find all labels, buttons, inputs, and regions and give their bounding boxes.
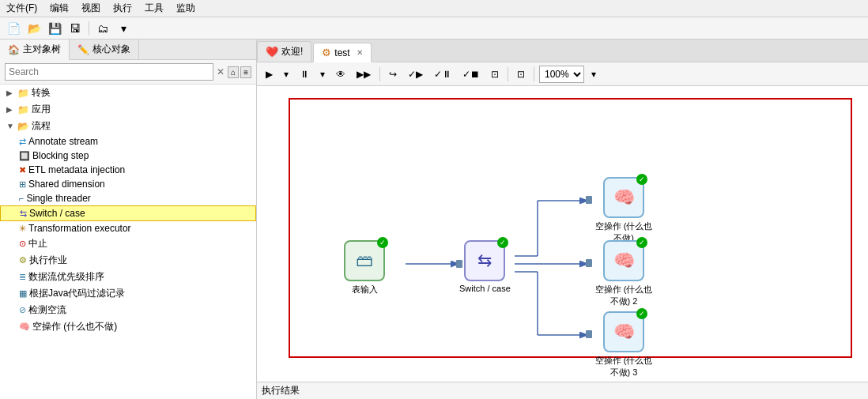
test-tab-icon: ⚙ [322, 47, 331, 58]
menu-file[interactable]: 文件(F) [3, 1, 40, 16]
preview-button[interactable]: 👁 [332, 66, 349, 82]
stop-icon: ⊙ [19, 239, 26, 249]
tree-item-stop[interactable]: ⊙ 中止 [0, 235, 256, 252]
left-panel: 🏠 主对象树 ✏️ 核心对象 ✕ ⌂ ≡ ▶ 📁 转换 [0, 40, 257, 399]
execution-result-label: 执行结果 [262, 384, 300, 397]
check1-button[interactable]: ✓▶ [404, 66, 427, 82]
node-dummy1-box[interactable]: 🧠 ✓ [603, 177, 644, 218]
check4-button[interactable]: ⊡ [487, 66, 503, 82]
bottom-bar: 执行结果 [257, 382, 868, 399]
core-objects-icon: ✏️ [77, 44, 89, 55]
node-dummy3-box[interactable]: 🧠 ✓ [603, 311, 644, 352]
toolbar-separator-4 [534, 67, 534, 81]
step-button[interactable]: ↪ [385, 66, 401, 82]
tree-item-dummy[interactable]: 🧠 空操作 (什么也不做) [0, 318, 256, 335]
search-input[interactable] [5, 63, 213, 81]
toolbar-separator [89, 21, 89, 36]
pause-button[interactable]: ⏸ [296, 66, 313, 82]
save-button[interactable]: 💾 [46, 20, 63, 37]
node-dummy3-label: 空操作 (什么也不做) 3 [592, 355, 655, 378]
tree-item-single-threader[interactable]: ⌐ Single threader [0, 191, 256, 205]
tree-container[interactable]: ▶ 📁 转换 ▶ 📁 应用 ▼ 📂 流程 ⇄ Annotate stream [0, 85, 256, 399]
tab-core-objects-label: 核心对象 [92, 43, 130, 56]
check3-button[interactable]: ✓⏹ [459, 66, 484, 82]
tree-item-java-filter[interactable]: ▦ 根据Java代码过滤记录 [0, 285, 256, 302]
tab-welcome[interactable]: ❤️ 欢迎! [257, 41, 311, 62]
menu-tools[interactable]: 工具 [142, 1, 167, 16]
check2-button[interactable]: ✓⏸ [430, 66, 455, 82]
node-dummy1[interactable]: 🧠 ✓ 空操作 (什么也不做) [592, 177, 655, 244]
null-icon: ⊘ [19, 305, 26, 315]
tree-item-转换[interactable]: ▶ 📁 转换 [0, 85, 256, 101]
node-check-icon-2: ✓ [497, 237, 508, 248]
menu-edit[interactable]: 编辑 [47, 1, 72, 16]
tree-item-priority[interactable]: ≣ 数据流优先级排序 [0, 269, 256, 285]
node-check-icon-5: ✓ [636, 308, 647, 319]
new-button[interactable]: 📄 [5, 20, 22, 37]
dropdown-button[interactable]: ▾ [115, 20, 132, 37]
tab-test-close-icon[interactable]: ✕ [357, 48, 363, 57]
menu-bar: 文件(F) 编辑 视图 执行 工具 监助 [0, 0, 868, 17]
welcome-icon: ❤️ [266, 46, 278, 58]
fit-button[interactable]: ⊡ [513, 66, 529, 82]
tree-item-blocking-step[interactable]: 🔲 Blocking step [0, 149, 256, 163]
tree-item-shared-dimension[interactable]: ⊞ Shared dimension [0, 177, 256, 191]
node-switch-case[interactable]: ⇆ ✓ Switch / case [459, 240, 511, 293]
toolbar-separator-2 [379, 67, 380, 81]
dummy1-icon: 🧠 [613, 187, 635, 208]
dummy-icon: 🧠 [19, 322, 30, 332]
tab-test-label: test [334, 47, 349, 58]
chevron-down-icon: ▼ [6, 122, 17, 130]
open-button[interactable]: 📂 [25, 20, 43, 37]
chevron-right-icon: ▶ [6, 88, 17, 97]
debug-run-button[interactable]: ▶▶ [353, 66, 375, 82]
folder-open-icon: 📂 [17, 121, 29, 132]
right-panel: ❤️ 欢迎! ⚙ test ✕ ▶ ▾ ⏸ ▾ 👁 ▶▶ ↪ ✓▶ ✓⏸ ✓⏹ … [257, 40, 868, 399]
node-switch-case-label: Switch / case [459, 284, 511, 293]
tab-main-objects[interactable]: 🏠 主对象树 [0, 40, 70, 60]
menu-view[interactable]: 视图 [78, 1, 104, 16]
node-dummy3[interactable]: 🧠 ✓ 空操作 (什么也不做) 3 [592, 311, 655, 378]
node-table-input-label: 表输入 [352, 284, 378, 295]
pause-dropdown[interactable]: ▾ [316, 66, 329, 82]
editor-tab-bar: ❤️ 欢迎! ⚙ test ✕ [257, 40, 868, 62]
main-layout: 🏠 主对象树 ✏️ 核心对象 ✕ ⌂ ≡ ▶ 📁 转换 [0, 40, 868, 399]
tree-item-流程[interactable]: ▼ 📂 流程 [0, 118, 256, 134]
node-check-icon-3: ✓ [636, 174, 647, 185]
tree-item-exec-job[interactable]: ⚙ 执行作业 [0, 252, 256, 269]
tree-item-switch-case[interactable]: ⇆ Switch / case [0, 205, 256, 221]
run-dropdown[interactable]: ▾ [280, 66, 292, 82]
run-button[interactable]: ▶ [262, 66, 277, 82]
stream-icon: ⇄ [19, 137, 26, 147]
search-opt1[interactable]: ⌂ [228, 66, 239, 78]
tab-core-objects[interactable]: ✏️ 核心对象 [70, 40, 139, 59]
search-opt2[interactable]: ≡ [240, 66, 251, 78]
node-dummy2[interactable]: 🧠 ✓ 空操作 (什么也不做) 2 [592, 240, 655, 307]
dummy3-icon: 🧠 [613, 322, 635, 342]
search-options: ⌂ ≡ [228, 66, 251, 78]
node-dummy2-box[interactable]: 🧠 ✓ [603, 240, 644, 281]
editor-toolbar: ▶ ▾ ⏸ ▾ 👁 ▶▶ ↪ ✓▶ ✓⏸ ✓⏹ ⊡ ⊡ 100% 75% 50%… [257, 62, 868, 86]
node-table-input-box[interactable]: 🗃 ✓ [344, 240, 385, 281]
canvas-area[interactable]: 🗃 ✓ 表输入 ⇆ ✓ Switch / case 🧠 [257, 86, 868, 382]
node-switch-case-box[interactable]: ⇆ ✓ [464, 240, 505, 281]
menu-help[interactable]: 监助 [173, 1, 198, 16]
node-check-icon: ✓ [377, 237, 388, 248]
node-table-input[interactable]: 🗃 ✓ 表输入 [344, 240, 385, 295]
tree-item-transformation-executor[interactable]: ✳ Transformation executor [0, 221, 256, 235]
tree-item-null-check[interactable]: ⊘ 检测空流 [0, 302, 256, 318]
main-objects-icon: 🏠 [8, 44, 20, 55]
menu-run[interactable]: 执行 [110, 1, 135, 16]
tree-item-etl-injection[interactable]: ✖ ETL metadata injection [0, 163, 256, 177]
folder-icon: 📁 [17, 88, 29, 99]
save-as-button[interactable]: 🖫 [66, 20, 84, 37]
etl-icon: ✖ [19, 165, 26, 175]
tree-item-应用[interactable]: ▶ 📁 应用 [0, 101, 256, 118]
shared-icon: ⊞ [19, 179, 26, 190]
tab-test[interactable]: ⚙ test ✕ [313, 43, 371, 62]
zoom-dropdown[interactable]: ▾ [587, 66, 600, 82]
tree-item-annotate-stream[interactable]: ⇄ Annotate stream [0, 134, 256, 149]
layers-button[interactable]: 🗂 [94, 20, 111, 37]
zoom-select[interactable]: 100% 75% 50% 150% [539, 66, 584, 83]
search-clear-button[interactable]: ✕ [217, 66, 225, 77]
